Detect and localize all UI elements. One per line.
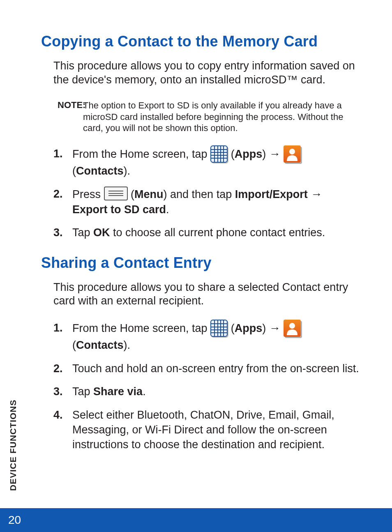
step-text: Touch and hold an on-screen entry from t… [72,362,359,375]
step-1: 1. From the Home screen, tap (Apps) → (C… [53,320,363,352]
ok-label: OK [93,226,110,239]
step-number: 3. [53,225,63,240]
step-text: Tap [72,385,93,398]
heading-share-contact: Sharing a Contact Entry [41,254,363,272]
import-export-label: Import/Export [235,188,308,200]
step-number: 1. [53,146,63,161]
page-number: 20 [8,514,21,527]
steps-copy-contact: 1. From the Home screen, tap (Apps) → (C… [53,146,363,240]
step-number: 2. [53,187,63,201]
step-text: Select either Bluetooth, ChatON, Drive, … [72,409,334,451]
arrow-icon: → [269,322,281,334]
step-2: 2. Touch and hold an on-screen entry fro… [53,361,363,376]
contacts-icon [284,145,301,163]
page-content: Copying a Contact to the Memory Card Thi… [0,0,392,452]
contacts-label: Contacts [76,339,124,351]
step-number: 2. [53,361,63,376]
step-3: 3. Tap Share via. [53,384,363,399]
intro-copy-contact: This procedure allows you to copy entry … [53,59,363,87]
share-via-label: Share via [93,385,143,398]
step-number: 3. [53,384,63,399]
step-1: 1. From the Home screen, tap (Apps) → (C… [53,146,363,178]
arrow-icon: → [269,147,281,160]
step-number: 4. [53,408,63,422]
step-4: 4. Select either Bluetooth, ChatON, Driv… [53,408,363,452]
side-tab-label: DEVICE FUNCTIONS [8,399,18,491]
step-text: From the Home screen, tap [72,322,210,334]
arrow-icon: → [311,188,322,200]
footer-bar: 20 [0,508,392,532]
export-sd-label: Export to SD card [72,203,166,216]
step-number: 1. [53,320,63,335]
step-3: 3. Tap OK to choose all current phone co… [53,225,363,240]
step-text: Press [72,188,104,200]
apps-icon [210,145,228,163]
step-2: 2. Press (Menu) and then tap Import/Expo… [53,187,363,217]
menu-icon [104,187,128,200]
step-text: From the Home screen, tap [72,148,210,160]
apps-label: Apps [235,148,263,160]
steps-share-contact: 1. From the Home screen, tap (Apps) → (C… [53,320,363,452]
heading-copy-contact: Copying a Contact to the Memory Card [41,33,363,50]
note-block: NOTE: The option to Export to SD is only… [58,99,363,134]
step-text: Tap [72,226,93,239]
note-label: NOTE: [58,100,85,110]
menu-label: Menu [134,188,164,200]
contacts-icon [284,320,301,337]
intro-share-contact: This procedure allows you to share a sel… [53,281,363,309]
contacts-label: Contacts [76,165,124,177]
note-body: The option to Export to SD is only avail… [83,100,363,134]
apps-label: Apps [235,322,263,334]
svg-point-1 [289,323,295,329]
apps-icon [210,320,228,337]
svg-point-0 [289,149,295,154]
